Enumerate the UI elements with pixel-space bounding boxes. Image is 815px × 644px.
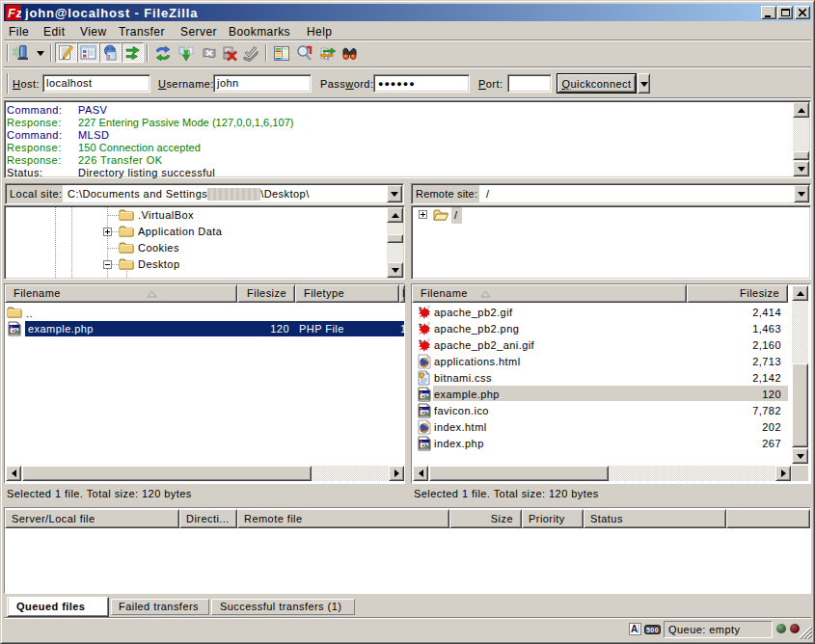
svg-text:A: A bbox=[631, 624, 638, 634]
svg-text:Fz: Fz bbox=[8, 6, 21, 20]
svg-text:500: 500 bbox=[646, 627, 659, 633]
